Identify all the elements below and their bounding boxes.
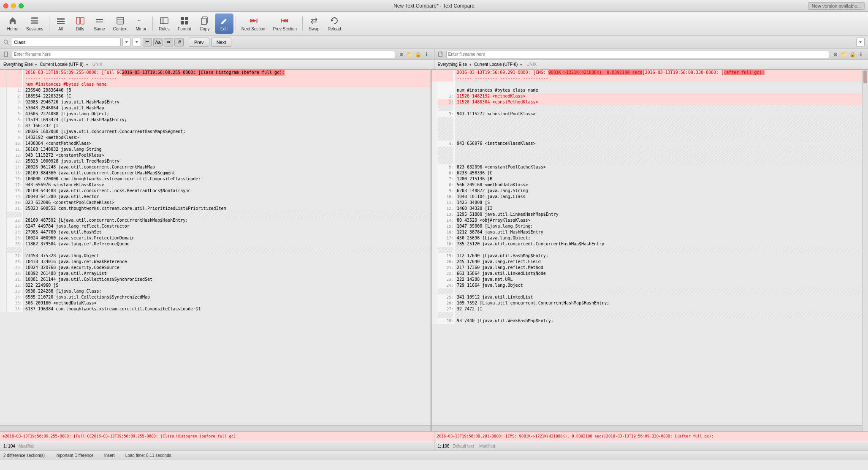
search-wrap[interactable]: ⇔ [164,38,173,46]
copy-button[interactable]: Copy [195,14,214,34]
right-overview-scrollbar[interactable] [862,70,868,431]
prev-button[interactable]: Prev [189,38,209,47]
left-diff-info-text: ⊙2016-03-13T19:56:09.255-0800: [Full GC2… [3,434,238,438]
svg-rect-24 [201,18,206,24]
left-line-21: 25023 600552 com.thoughtworks.xstream.co… [24,206,431,212]
reload-button[interactable]: Reload [324,14,344,34]
right-line-6: 6233 458336 [C [455,170,862,176]
right-lock-icon[interactable]: 🔒 [849,51,856,58]
right-line-22: 661 15864 java.util.LinkedList$Node [455,271,862,277]
nav-buttons: Prev Next [189,38,231,47]
rules-button[interactable]: Rules [155,14,174,34]
format-button[interactable]: Format [174,14,195,34]
minimize-button[interactable] [11,3,16,8]
left-filename-input[interactable] [12,51,395,58]
search-align-left[interactable]: ⊢ [143,38,152,46]
right-line-14: 80 43520 <objArrayKlassKlass> [455,217,862,223]
traffic-lights[interactable] [3,3,24,8]
right-line-8: 566 209168 <methodDataKlass> [455,182,862,188]
diffs-button[interactable]: Diffs [71,14,90,34]
right-line-15: 1047 39000 [Ljava.lang.String; [455,223,862,229]
left-info-icon[interactable]: ℹ [423,51,431,58]
right-filename-input[interactable] [446,51,830,58]
toolbar-sep-3 [236,16,236,31]
left-line-count: 1: 104 [3,444,15,448]
left-line-header2: ------ --------- -------- ---------- [24,76,431,82]
prev-section-label: Prev Section [273,27,297,31]
right-empty-10 [455,158,862,164]
left-locale-chevron[interactable]: ▾ [86,62,88,67]
left-encoding-chevron[interactable]: ▾ [35,62,37,67]
search-bar: ⊢ Aa ⇔ ↺ Prev Next [0,35,868,49]
new-version-label[interactable]: New version available... [808,2,865,10]
maximize-button[interactable] [19,3,24,8]
home-button[interactable]: Home [3,14,22,34]
left-line-9: 1482192 <methodKlass> [24,135,431,141]
left-line-numbers: 1: 2: 3: 4: 5: 6: 7: 8: 9: 10: 11: 12: 1… [7,70,24,312]
svg-marker-35 [125,41,128,43]
prev-section-button[interactable]: Prev Section [269,14,300,34]
edit-button[interactable]: Edit [215,14,233,34]
svg-rect-22 [185,21,188,24]
left-line-35: 566 209160 <methodDataKlass> [24,300,431,306]
left-hscroll[interactable] [0,425,431,431]
search-case[interactable]: Aa [153,38,163,46]
next-button[interactable]: Next [211,38,232,47]
right-line-27: 32 7472 [I [455,306,862,312]
all-icon [56,16,66,26]
left-locale-label: Current Locale (UTF-8) [40,62,83,67]
right-diff-info: 2016-03-13T19:56:09.291-0800: [CMS: 9081… [434,432,868,441]
toolbar-sep-4 [302,16,303,31]
left-encoding-label: Everything Else [3,62,33,67]
right-content: 1: 2: 3: 4: 5: 6: 7: [431,70,862,324]
search-options-dropdown[interactable] [133,38,141,47]
left-line-17: 943 656976 <instanceKlassKlass> [24,182,431,188]
left-lock-icon[interactable]: 🔒 [415,51,422,58]
svg-rect-7 [76,17,80,24]
load-time-status: Load time: 0.11 seconds [125,453,171,458]
right-hscroll[interactable] [431,425,862,431]
same-button[interactable]: Same [90,14,109,34]
right-info-icon[interactable]: ℹ [857,51,865,58]
right-locale-chevron[interactable]: ▾ [520,62,522,67]
left-line-30: 10892 261488 java.util.ArrayList [24,271,431,277]
right-line-count: 1: 106 [438,444,450,448]
svg-rect-6 [57,23,65,24]
svg-rect-3 [57,18,65,19]
left-file-icon-1[interactable]: ⊕ [398,51,405,58]
right-empty-6 [455,129,862,135]
right-empty-11 [455,247,862,253]
left-text-col: 2016-03-13T19:56:09.255-0800: [Full GC20… [24,70,431,312]
left-encoding-bar: Everything Else ▾ Current Locale (UTF-8)… [0,60,434,69]
search-refresh[interactable]: ↺ [174,38,184,46]
right-search-options[interactable] [856,38,865,47]
next-section-button[interactable]: Next Section [238,14,269,34]
right-empty-13 [455,312,862,318]
svg-marker-27 [253,19,257,23]
left-marker-col [0,70,7,312]
swap-button[interactable]: Swap [305,14,323,34]
right-file-icon-2[interactable]: 📁 [840,51,848,58]
search-dropdown[interactable] [122,38,131,47]
right-line-28: 93 7440 [Ljava.util.WeakHashMap$Entry; [455,318,862,324]
left-file-icon-2[interactable]: 📁 [406,51,414,58]
left-scroll-area[interactable]: 1: 2: 3: 4: 5: 6: 7: 8: 9: 10: 11: 12: 1… [0,70,431,425]
right-file-icon-1[interactable]: ⊕ [832,51,839,58]
right-line-19: 112 17640 [Ljava.util.HashMap$Entry; [455,253,862,259]
right-encoding-chevron[interactable]: ▾ [469,62,472,67]
all-button[interactable]: All [52,14,70,34]
left-meta-bar: 1: 104 Modified [0,441,434,451]
left-line-14: 20026 961248 java.util.concurrent.Concur… [24,164,431,170]
minor-button[interactable]: ~ Minor [132,14,150,34]
left-line-1: 236940 29836440 [B [24,87,431,93]
context-button[interactable]: Context [110,14,131,34]
format-icon [179,16,190,26]
right-line-2: 11526 1480304 <constMethodKlass> [455,99,862,105]
left-line-10: 1480304 <constMethodKlass> [24,141,431,147]
search-input[interactable] [11,38,121,47]
svg-rect-28 [257,19,258,23]
sessions-button[interactable]: Sessions [23,14,47,34]
right-scroll-area[interactable]: 1: 2: 3: 4: 5: 6: 7: [431,70,862,425]
diff-area: 1: 2: 3: 4: 5: 6: 7: 8: 9: 10: 11: 12: 1… [0,70,868,431]
close-button[interactable] [3,3,8,8]
